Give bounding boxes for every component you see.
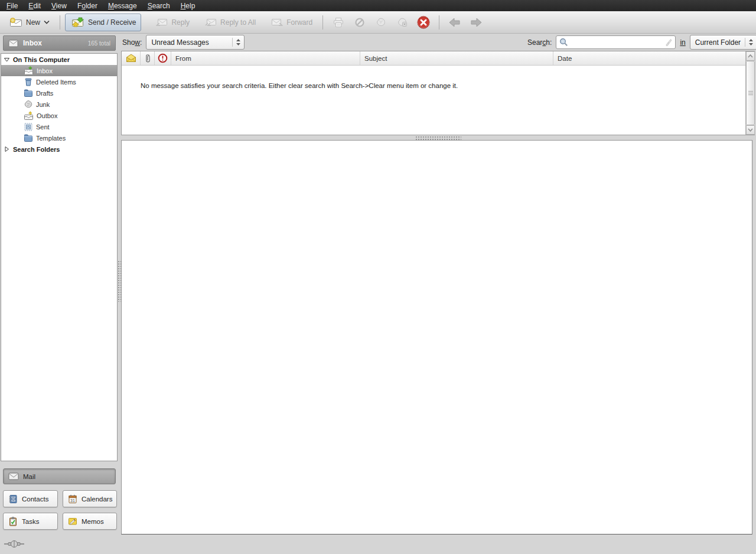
print-icon (333, 17, 344, 28)
show-label: Show: (122, 38, 142, 47)
search-scope-dropdown[interactable]: Current Folder (690, 35, 756, 50)
folder-row-inbox[interactable]: Inbox (1, 65, 117, 76)
folder-icon (24, 133, 33, 142)
message-list-scrollbar[interactable] (745, 51, 755, 135)
junk-folder-icon (24, 100, 33, 109)
scroll-up-button[interactable] (746, 51, 755, 61)
spinner-arrows-icon (232, 38, 241, 47)
column-subject[interactable]: Subject (360, 51, 553, 65)
column-status[interactable] (122, 51, 141, 65)
junk-button[interactable] (370, 14, 392, 31)
switcher-calendars-label: Calendars (82, 496, 112, 503)
column-from[interactable]: From (171, 51, 360, 65)
folder-icon (24, 89, 33, 97)
menu-bar: File Edit View Folder Message Search Hel… (0, 0, 756, 11)
clear-search-icon[interactable] (664, 38, 673, 47)
folder-row-outbox[interactable]: Outbox (1, 110, 117, 121)
forward-icon (271, 18, 283, 27)
junk-icon (376, 17, 386, 27)
tree-node-on-this-computer[interactable]: On This Computer (1, 54, 117, 65)
stamp-icon (24, 122, 33, 132)
print-button[interactable] (328, 14, 349, 31)
outbox-icon (24, 111, 34, 120)
search-scope-value: Current Folder (695, 38, 741, 47)
folder-row-templates[interactable]: Templates (1, 132, 117, 144)
cancel-button[interactable] (349, 14, 370, 31)
column-priority[interactable] (155, 51, 171, 65)
mail-folder-icon (8, 40, 18, 47)
column-date[interactable]: Date (553, 51, 745, 65)
search-input[interactable] (571, 37, 662, 48)
forward-nav-button[interactable] (465, 14, 487, 31)
search-label: Search: (527, 38, 552, 47)
memos-icon (68, 517, 77, 526)
scroll-down-button[interactable] (746, 125, 755, 135)
inbox-icon (24, 66, 34, 76)
switcher-contacts-button[interactable]: Contacts (3, 490, 58, 507)
reply-button[interactable]: Reply (151, 14, 195, 31)
show-filter-value: Unread Messages (151, 38, 208, 47)
switcher-tasks-button[interactable]: Tasks (3, 513, 58, 530)
tree-node-search-folders[interactable]: Search Folders (1, 144, 117, 155)
switcher-contacts-label: Contacts (22, 496, 48, 503)
switcher-calendars-button[interactable]: 31 Calendars (63, 490, 117, 507)
reply-all-button[interactable]: Reply to All (200, 14, 261, 31)
switcher-mail-button[interactable]: Mail (3, 468, 116, 484)
switcher-memos-label: Memos (82, 518, 104, 525)
forward-button[interactable]: Forward (266, 14, 318, 31)
menu-edit[interactable]: Edit (23, 1, 46, 11)
online-status-icon[interactable] (4, 540, 24, 548)
current-folder-title: Inbox (23, 39, 42, 47)
search-entry[interactable] (556, 35, 676, 49)
switcher-tasks-label: Tasks (22, 518, 39, 525)
message-list-pane: From Subject Date No message satisfies y… (121, 51, 755, 135)
menu-message[interactable]: Message (103, 1, 142, 11)
folder-row-sent[interactable]: Sent (1, 121, 117, 132)
delete-button[interactable] (413, 14, 434, 31)
message-list-header: From Subject Date (122, 51, 755, 66)
reply-all-icon (205, 18, 217, 27)
not-junk-button[interactable] (392, 14, 413, 31)
folder-row-deleted-items[interactable]: Deleted Items (1, 76, 117, 87)
menu-folder[interactable]: Folder (72, 1, 103, 11)
status-bar (0, 535, 756, 554)
mail-status-icon (126, 54, 136, 63)
reply-icon (156, 18, 168, 27)
calendar-icon: 31 (68, 494, 77, 504)
column-attachment[interactable] (141, 51, 155, 65)
delete-icon (416, 15, 431, 30)
back-arrow-icon (449, 18, 461, 27)
new-message-button[interactable]: New (4, 14, 55, 31)
menu-file[interactable]: File (1, 1, 23, 11)
folder-row-drafts[interactable]: Drafts (1, 87, 117, 99)
in-label: in (680, 38, 685, 47)
attachment-icon (145, 54, 151, 63)
main-toolbar: New Send / Receive Reply Reply to All Fo… (0, 11, 756, 34)
scrollbar-thumb[interactable] (746, 61, 755, 125)
trash-icon (24, 77, 33, 87)
block-icon (354, 17, 365, 28)
send-receive-label: Send / Receive (88, 18, 136, 27)
menu-help[interactable]: Help (175, 1, 201, 11)
expander-right-icon[interactable] (4, 146, 10, 152)
toolbar-separator (439, 15, 439, 30)
switcher-memos-button[interactable]: Memos (63, 513, 117, 530)
folder-pane-header: Inbox 165 total (3, 35, 116, 51)
show-filter-dropdown[interactable]: Unread Messages (146, 35, 245, 50)
menu-view[interactable]: View (46, 1, 72, 11)
folder-tree: On This Computer Inbox Deleted Items Dra… (1, 53, 118, 461)
pane-splitter-horizontal[interactable] (121, 135, 755, 140)
menu-search[interactable]: Search (142, 1, 175, 11)
back-button[interactable] (444, 14, 465, 31)
message-preview-pane (121, 140, 752, 535)
expander-down-icon[interactable] (4, 57, 10, 63)
folder-row-junk[interactable]: Junk (1, 99, 117, 110)
send-receive-icon (70, 17, 84, 27)
tasks-icon (8, 517, 18, 526)
evolution-mail-window: { "colors": { "menubar_bg": "#2d2d2d", "… (0, 0, 756, 554)
empty-list-message: No message satisfies your search criteri… (122, 66, 755, 89)
mail-icon (8, 472, 19, 480)
send-receive-button[interactable]: Send / Receive (65, 14, 141, 31)
new-button-label: New (26, 18, 40, 27)
toolbar-separator (322, 15, 323, 30)
